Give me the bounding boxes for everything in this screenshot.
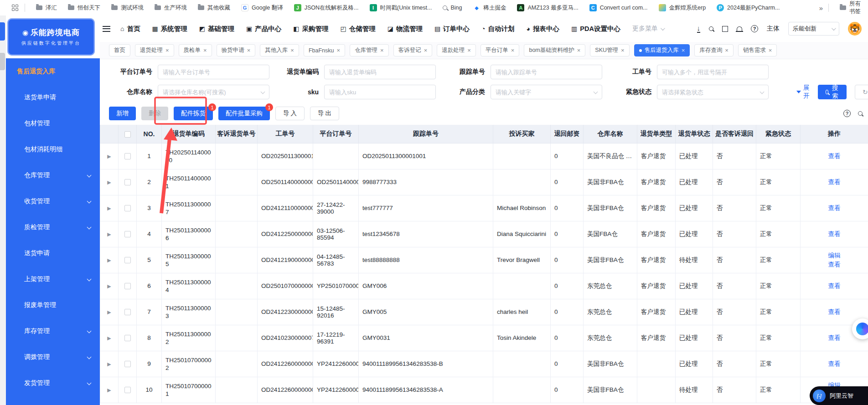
search-button[interactable]: 搜索 xyxy=(818,85,847,99)
help-icon[interactable]: ? xyxy=(751,25,758,32)
menu-toggle-icon[interactable] xyxy=(103,26,110,32)
nav-menu-item[interactable]: ▥ PDA设置中心 xyxy=(571,25,620,33)
nav-menu-item[interactable]: ◩ 基础管理 xyxy=(199,25,234,33)
row-checkbox[interactable] xyxy=(124,179,131,185)
filter-input[interactable] xyxy=(657,85,769,99)
sidebar-item[interactable]: 包材消耗明细 xyxy=(6,136,100,162)
row-expand-icon[interactable]: ▶ xyxy=(107,335,111,341)
aliyun-widget[interactable]: [-] 阿里云智 xyxy=(810,386,868,405)
bookmark-item[interactable]: Bing xyxy=(443,5,462,11)
download-icon[interactable]: ↓ xyxy=(697,25,701,33)
tab[interactable]: 退款处理 × xyxy=(437,44,476,56)
close-icon[interactable]: × xyxy=(380,47,384,53)
sidebar-item[interactable]: 送货申请 xyxy=(6,240,100,266)
filter-input[interactable] xyxy=(491,85,602,99)
close-icon[interactable]: × xyxy=(336,47,340,53)
nav-menu-item[interactable]: ▣ 产品中心 xyxy=(246,25,281,33)
search-icon[interactable] xyxy=(709,26,713,31)
row-action-link[interactable]: 查看 xyxy=(801,178,867,187)
tab[interactable]: 仓库管理 × xyxy=(350,44,389,56)
help-icon[interactable]: ? xyxy=(843,110,851,117)
expand-filters-link[interactable]: 展开 xyxy=(796,84,810,100)
bookmark-item[interactable]: C Convert curl com... xyxy=(589,4,648,11)
filter-input[interactable] xyxy=(491,65,602,79)
tab[interactable]: bom基础资料维护 × xyxy=(524,44,585,56)
sidebar-item[interactable]: 送货单申请 xyxy=(6,84,100,110)
tab[interactable]: 平台订单 × xyxy=(480,44,520,56)
nav-menu-item[interactable]: ⌂ 首页 xyxy=(120,25,140,33)
entity-select[interactable]: 乐能创新 xyxy=(788,22,839,36)
bookmarks-overflow-icon[interactable]: » xyxy=(819,4,823,12)
sidebar-item[interactable]: 委外管理 xyxy=(6,396,100,405)
edge-handle-gray[interactable] xyxy=(0,53,5,70)
close-icon[interactable]: × xyxy=(424,47,428,53)
row-checkbox[interactable] xyxy=(124,283,131,289)
bookmark-item[interactable]: 其他收藏 xyxy=(198,4,230,12)
close-icon[interactable]: × xyxy=(247,47,251,53)
row-action-link[interactable]: 查看 xyxy=(801,282,867,291)
row-expand-icon[interactable]: ▶ xyxy=(107,361,111,367)
nav-menu-item[interactable]: ◪ 物流管理 xyxy=(388,25,423,33)
bookmark-item[interactable]: P 2024最新PyCharm... xyxy=(717,4,780,12)
tab[interactable]: 质检单 × xyxy=(179,44,212,56)
row-expand-icon[interactable]: ▶ xyxy=(107,387,111,393)
row-action-link[interactable]: 编辑 xyxy=(801,251,867,260)
row-expand-icon[interactable]: ▶ xyxy=(107,283,111,289)
toolbar-button[interactable]: 配件批量采购 1 xyxy=(218,107,270,120)
tab[interactable]: 库存查询 × xyxy=(694,44,734,56)
close-icon[interactable]: × xyxy=(769,47,772,53)
row-expand-icon[interactable]: ▶ xyxy=(107,205,111,211)
tab[interactable]: 其他入库 × xyxy=(260,44,299,56)
more-menu-button[interactable]: 更多菜单 xyxy=(632,25,664,33)
nav-menu-item[interactable]: ◧ 采购管理 xyxy=(293,25,328,33)
row-action-link[interactable]: 查看 xyxy=(801,204,867,213)
tab[interactable]: 验货申请 × xyxy=(217,44,256,56)
sidebar-item[interactable]: 报废单管理 xyxy=(6,292,100,318)
sidebar-item[interactable]: 仓库管理 xyxy=(6,162,100,188)
avatar[interactable]: 🐯 xyxy=(848,22,862,36)
close-icon[interactable]: × xyxy=(290,47,294,53)
notifications-icon[interactable] xyxy=(737,26,742,31)
row-expand-icon[interactable]: ▶ xyxy=(107,179,111,185)
reset-button[interactable]: ↻ 重置 xyxy=(855,85,868,99)
row-expand-icon[interactable]: ▶ xyxy=(107,154,111,159)
row-action-link[interactable]: 查看 xyxy=(801,359,867,369)
close-icon[interactable]: × xyxy=(511,47,515,53)
bookmark-item[interactable]: J JSON在线解析及格... xyxy=(294,4,359,12)
nav-menu-item[interactable]: ◔ 自动计划 xyxy=(481,25,514,33)
bookmark-item[interactable]: G Google 翻译 xyxy=(241,4,283,12)
filter-input[interactable] xyxy=(657,65,769,79)
all-bookmarks-button[interactable]: 所有书签 xyxy=(840,0,864,15)
row-checkbox[interactable] xyxy=(124,231,131,237)
row-checkbox[interactable] xyxy=(124,205,131,211)
sidebar-item[interactable]: 质检管理 xyxy=(6,214,100,240)
close-icon[interactable]: × xyxy=(165,47,169,53)
sidebar-item[interactable]: 库存管理 xyxy=(6,318,100,344)
row-checkbox[interactable] xyxy=(124,309,131,315)
select-all-checkbox[interactable] xyxy=(124,131,131,138)
fullscreen-icon[interactable] xyxy=(722,26,728,32)
close-icon[interactable]: × xyxy=(467,47,471,53)
bookmark-item[interactable]: ◆ 稀土掘金 xyxy=(473,4,506,12)
sidebar-item[interactable]: 售后退货入库 xyxy=(6,58,100,84)
sidebar-item[interactable]: 调拨管理 xyxy=(6,344,100,370)
row-checkbox[interactable] xyxy=(124,387,131,393)
row-action-link[interactable]: 查看 xyxy=(801,152,867,161)
row-action-link[interactable]: 查看 xyxy=(801,230,867,239)
row-checkbox[interactable] xyxy=(124,257,131,263)
nav-menu-item[interactable]: ◕ 报表中心 xyxy=(527,25,559,33)
bookmark-item[interactable]: 恒创天下 xyxy=(68,4,100,12)
row-expand-icon[interactable]: ▶ xyxy=(107,309,111,315)
bookmark-item[interactable]: I 时间戳(Unix timest... xyxy=(370,4,432,12)
toolbar-button[interactable]: 新增 xyxy=(109,107,136,120)
tab[interactable]: 销售需求 × xyxy=(738,44,777,56)
close-icon[interactable]: × xyxy=(621,47,625,53)
toolbar-button[interactable]: 导入 xyxy=(275,107,305,120)
row-checkbox[interactable] xyxy=(124,153,131,159)
edge-handle-blue[interactable] xyxy=(0,22,5,41)
sidebar-item[interactable]: 发货管理 xyxy=(6,370,100,396)
nav-menu-item[interactable]: ◰ 仓储管理 xyxy=(340,25,375,33)
row-action-link[interactable]: 查看 xyxy=(801,308,867,317)
sidebar-item[interactable]: 上架管理 xyxy=(6,266,100,292)
toolbar-button[interactable]: 配件拣货 1 xyxy=(174,107,213,120)
